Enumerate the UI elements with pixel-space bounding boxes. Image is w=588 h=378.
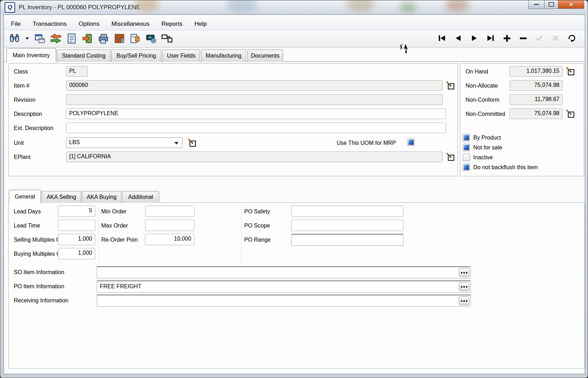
- menu-transactions[interactable]: Transactions: [32, 20, 67, 28]
- po-item-information-field[interactable]: FREE FREIGHT: [97, 280, 471, 293]
- item-number-label: Item #: [14, 83, 29, 89]
- max-order-label: Max Order: [101, 223, 128, 229]
- tab-main-inventory[interactable]: Main Inventory: [6, 48, 56, 62]
- do-not-backflush-checkbox[interactable]: [463, 164, 470, 171]
- restore-icon: [548, 2, 554, 7]
- prior-record-button[interactable]: [454, 34, 463, 43]
- by-product-checkbox[interactable]: [463, 134, 470, 141]
- not-for-sale-checkbox[interactable]: [463, 144, 470, 151]
- po-range-label: PO Range: [244, 237, 271, 243]
- matrix-button[interactable]: [114, 33, 125, 44]
- related-windows-button[interactable]: [161, 33, 173, 44]
- check-icon-disabled: [535, 35, 543, 42]
- min-order-field[interactable]: [145, 206, 194, 217]
- on-hand-field: 1,017,380.15: [510, 66, 563, 77]
- ext-description-field[interactable]: [66, 123, 446, 133]
- tab-standard-costing[interactable]: Standard Costing: [57, 49, 110, 62]
- subtab-aka-selling[interactable]: AKA Selling: [42, 191, 81, 203]
- receiving-information-ellipsis-button[interactable]: [459, 296, 469, 305]
- window-list-button[interactable]: [34, 33, 46, 44]
- tab-documents[interactable]: Documents: [247, 49, 283, 62]
- inactive-checkbox[interactable]: [463, 154, 470, 161]
- po-item-information-ellipsis-button[interactable]: [459, 282, 469, 291]
- lead-days-field[interactable]: 5: [58, 206, 95, 217]
- tab-buy-sell-pricing[interactable]: Buy/Sell Pricing: [111, 49, 161, 62]
- edit-on-hand-button[interactable]: [566, 67, 575, 76]
- next-record-button[interactable]: [470, 34, 479, 43]
- do-not-backflush-label: Do not backflush this item: [473, 164, 538, 171]
- po-safety-field[interactable]: [291, 206, 403, 217]
- po-safety-label: PO Safety: [244, 208, 270, 215]
- ellipsis-icon: [466, 286, 467, 288]
- uom-mrp-checkbox[interactable]: [407, 138, 415, 146]
- lead-time-field[interactable]: [58, 220, 95, 231]
- edit-item-button[interactable]: [446, 81, 455, 90]
- print-label-button[interactable]: [98, 33, 109, 44]
- buying-multiples-label: Buying Multiples Of: [14, 251, 62, 257]
- first-record-button[interactable]: [437, 34, 446, 43]
- so-item-information-ellipsis-button[interactable]: [459, 268, 469, 277]
- subtab-additional[interactable]: Additional: [122, 191, 159, 203]
- prior-record-icon: [455, 35, 461, 41]
- reorder-point-field[interactable]: 10,000: [145, 234, 194, 245]
- toolbar: [4, 30, 585, 48]
- find-button[interactable]: [9, 33, 20, 44]
- unit-combobox[interactable]: LBS: [66, 137, 182, 148]
- menu-options[interactable]: Options: [79, 20, 100, 28]
- by-product-label: By Product: [473, 135, 501, 141]
- column-divider: [98, 205, 99, 263]
- tab-manufacturing[interactable]: Manufacturing: [201, 49, 246, 62]
- edit-non-committed-button[interactable]: [566, 109, 575, 118]
- min-order-label: Min Order: [101, 208, 126, 215]
- subtab-aka-buying[interactable]: AKA Buying: [82, 191, 121, 203]
- app-window: Q PL Inventory - PL 000060 POLYPROPYLENE…: [0, 0, 588, 378]
- app-icon: Q: [5, 2, 15, 13]
- po-range-field[interactable]: [291, 234, 403, 246]
- description-field[interactable]: POLYPROPYLENE: [66, 108, 446, 119]
- lead-days-label: Lead Days: [14, 208, 41, 215]
- ellipsis-icon: [461, 272, 462, 273]
- web-sync-button[interactable]: [145, 33, 157, 44]
- refresh-button[interactable]: [567, 34, 576, 43]
- so-item-information-label: SO Item Information: [14, 269, 64, 276]
- selling-multiples-label: Selling Multiples Of: [14, 237, 62, 243]
- uom-mrp-label: Use This UOM for MRP: [337, 140, 396, 146]
- unit-value: LBS: [69, 139, 80, 146]
- delete-record-button[interactable]: [518, 34, 528, 43]
- cost-report-button[interactable]: [130, 33, 141, 44]
- exit-button[interactable]: [82, 33, 93, 44]
- minimize-button[interactable]: [528, 0, 545, 9]
- edit-eplant-button[interactable]: [446, 152, 455, 161]
- revision-field: [66, 94, 443, 105]
- so-item-information-field[interactable]: [97, 266, 471, 278]
- ellipsis-icon: [466, 300, 467, 302]
- last-record-button[interactable]: [486, 34, 495, 43]
- close-button[interactable]: ×: [558, 0, 584, 9]
- title-bar[interactable]: Q PL Inventory - PL 000060 POLYPROPYLENE…: [0, 0, 588, 14]
- menu-miscellaneous[interactable]: Miscellaneous: [112, 20, 150, 28]
- ellipsis-icon: [463, 272, 465, 273]
- menu-file[interactable]: File: [11, 20, 20, 28]
- related-windows-icon: [161, 34, 173, 43]
- menu-help[interactable]: Help: [194, 20, 207, 28]
- max-order-field[interactable]: [145, 220, 194, 231]
- receiving-information-field[interactable]: [97, 295, 471, 307]
- minimize-icon: [534, 4, 539, 5]
- notes-button[interactable]: [66, 33, 77, 44]
- transfer-button[interactable]: [50, 33, 61, 44]
- maximize-button[interactable]: [545, 0, 558, 9]
- receiving-information-label: Receiving Information: [14, 297, 68, 304]
- subtab-general[interactable]: General: [9, 190, 41, 203]
- minus-icon: [520, 35, 527, 42]
- non-allocate-label: Non-Allocate: [466, 83, 498, 89]
- po-scope-field[interactable]: [291, 220, 403, 231]
- menu-reports[interactable]: Reports: [161, 20, 182, 28]
- edit-unit-button[interactable]: [187, 138, 197, 147]
- client-area: File Transactions Options Miscellaneous …: [4, 14, 585, 374]
- insert-record-button[interactable]: [502, 34, 511, 43]
- tab-user-fields[interactable]: User Fields: [162, 49, 200, 62]
- buying-multiples-field[interactable]: 1,000: [58, 248, 95, 259]
- find-dropdown-button[interactable]: [25, 33, 30, 44]
- next-record-icon: [471, 35, 478, 41]
- selling-multiples-field[interactable]: 1,000: [58, 234, 95, 245]
